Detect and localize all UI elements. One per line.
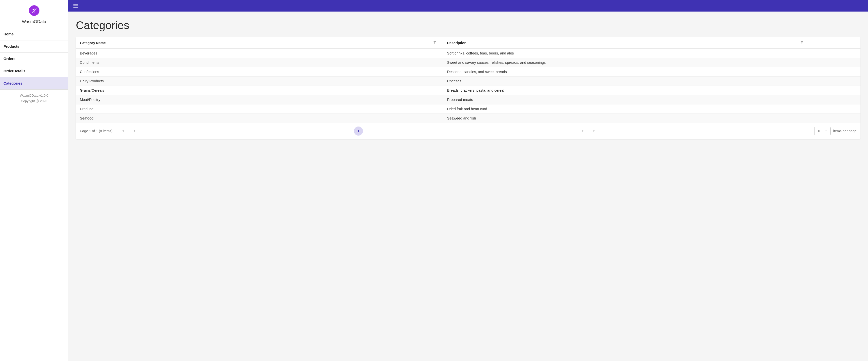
page-size-value: 10 — [817, 129, 822, 133]
col-header-label: Category Name — [80, 41, 106, 45]
sidebar-item-label: Categories — [3, 81, 22, 85]
sidebar-item-products[interactable]: Products — [0, 40, 68, 53]
col-header-name[interactable]: Category Name — [76, 37, 443, 48]
table-row[interactable]: ProduceDried fruit and bean curd — [76, 104, 861, 114]
brand-block: WasmOData — [0, 0, 68, 28]
cell-spacer — [810, 49, 861, 58]
pager-nav-left — [116, 129, 141, 134]
cell-description: Cheeses — [443, 76, 810, 86]
main-content: Categories Category Name Description B — [68, 11, 868, 361]
cell-category-name: Grains/Cereals — [76, 86, 443, 95]
sidebar-nav: Home Products Orders OrderDetails Catego… — [0, 28, 68, 90]
grid-pager: Page 1 of 1 (8 items) 1 10 — [76, 123, 861, 139]
last-page-icon — [592, 129, 596, 133]
cell-category-name: Meat/Poultry — [76, 95, 443, 104]
pager-nav-right — [576, 129, 601, 134]
filter-icon — [433, 41, 436, 44]
sidebar-item-label: Home — [3, 32, 13, 36]
chevron-down-icon — [825, 129, 827, 133]
feather-icon — [31, 7, 37, 14]
cell-description: Breads, crackers, pasta, and cereal — [443, 86, 810, 95]
cell-spacer — [810, 114, 861, 123]
table-row[interactable]: Dairy ProductsCheeses — [76, 76, 861, 86]
table-row[interactable]: BeveragesSoft drinks, coffees, teas, bee… — [76, 49, 861, 58]
cell-spacer — [810, 86, 861, 95]
sidebar-item-label: Orders — [3, 57, 16, 61]
prev-page-button[interactable] — [132, 129, 136, 134]
table-row[interactable]: Grains/CerealsBreads, crackers, pasta, a… — [76, 86, 861, 95]
cell-description: Seaweed and fish — [443, 114, 810, 123]
brand-name: WasmOData — [22, 19, 46, 24]
cell-category-name: Seafood — [76, 114, 443, 123]
grid-header-row: Category Name Description — [76, 37, 861, 49]
first-page-icon — [121, 129, 125, 133]
sidebar: WasmOData Home Products Orders OrderDeta… — [0, 0, 68, 361]
cell-spacer — [810, 58, 861, 67]
chevron-right-icon — [581, 129, 585, 133]
filter-icon — [800, 41, 804, 44]
brand-logo — [29, 5, 39, 16]
chevron-left-icon — [132, 129, 136, 133]
cell-description: Prepared meats — [443, 95, 810, 104]
version-text: WasmOData v1.0.0 — [20, 94, 48, 97]
cell-description: Soft drinks, coffees, teas, beers, and a… — [443, 49, 810, 58]
cell-category-name: Dairy Products — [76, 76, 443, 86]
pager-size-block: 10 items per page — [814, 127, 857, 135]
pager-status: Page 1 of 1 (8 items) — [80, 129, 113, 133]
cell-category-name: Produce — [76, 104, 443, 113]
cell-category-name: Beverages — [76, 49, 443, 58]
sidebar-item-orders[interactable]: Orders — [0, 53, 68, 65]
filter-button-description[interactable] — [800, 41, 804, 45]
menu-toggle-button[interactable] — [72, 2, 80, 10]
page-number-button[interactable]: 1 — [354, 127, 363, 136]
last-page-button[interactable] — [592, 129, 596, 134]
pager-pages: 1 — [354, 127, 363, 136]
page-size-select[interactable]: 10 — [814, 127, 831, 135]
table-row[interactable]: CondimentsSweet and savory sauces, relis… — [76, 58, 861, 67]
cell-spacer — [810, 76, 861, 86]
copyright-text: Copyright Ⓒ 2023 — [21, 99, 47, 103]
cell-spacer — [810, 95, 861, 104]
sidebar-item-categories[interactable]: Categories — [0, 77, 68, 90]
sidebar-item-label: Products — [3, 44, 19, 48]
categories-grid: Category Name Description BeveragesSoft … — [76, 37, 861, 139]
app-header — [68, 0, 868, 11]
col-header-description[interactable]: Description — [443, 37, 810, 48]
hamburger-icon — [73, 3, 79, 9]
cell-spacer — [810, 67, 861, 76]
cell-category-name: Condiments — [76, 58, 443, 67]
cell-spacer — [810, 104, 861, 113]
cell-description: Sweet and savory sauces, relishes, sprea… — [443, 58, 810, 67]
table-row[interactable]: SeafoodSeaweed and fish — [76, 114, 861, 123]
first-page-button[interactable] — [121, 129, 125, 134]
table-row[interactable]: Meat/PoultryPrepared meats — [76, 95, 861, 104]
table-row[interactable]: ConfectionsDesserts, candies, and sweet … — [76, 67, 861, 76]
cell-description: Dried fruit and bean curd — [443, 104, 810, 113]
sidebar-footer: WasmOData v1.0.0 Copyright Ⓒ 2023 — [0, 90, 68, 107]
col-header-label: Description — [447, 41, 466, 45]
page-title: Categories — [76, 19, 861, 32]
cell-category-name: Confections — [76, 67, 443, 76]
cell-description: Desserts, candies, and sweet breads — [443, 67, 810, 76]
sidebar-item-home[interactable]: Home — [0, 28, 68, 40]
page-size-suffix: items per page — [833, 129, 857, 133]
next-page-button[interactable] — [581, 129, 585, 134]
grid-body: BeveragesSoft drinks, coffees, teas, bee… — [76, 49, 861, 123]
sidebar-item-orderdetails[interactable]: OrderDetails — [0, 65, 68, 77]
filter-button-name[interactable] — [433, 41, 436, 45]
sidebar-item-label: OrderDetails — [3, 69, 25, 73]
